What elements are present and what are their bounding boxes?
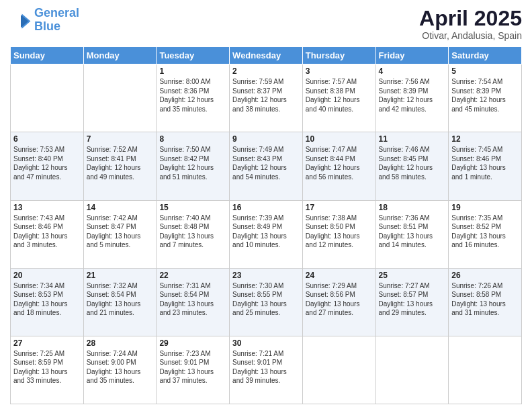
day-number: 8 [159,134,226,144]
day-info: Sunrise: 7:57 AM Sunset: 8:38 PM Dayligh… [306,77,373,113]
logo-icon [10,9,32,31]
calendar-cell: 20Sunrise: 7:34 AM Sunset: 8:53 PM Dayli… [11,268,84,336]
calendar-cell: 5Sunrise: 7:54 AM Sunset: 8:39 PM Daylig… [449,64,522,132]
day-number: 25 [379,271,446,280]
calendar-cell: 14Sunrise: 7:42 AM Sunset: 8:47 PM Dayli… [83,200,157,268]
day-number: 28 [87,338,154,348]
day-info: Sunrise: 8:00 AM Sunset: 8:36 PM Dayligh… [159,77,226,113]
calendar-cell: 26Sunrise: 7:26 AM Sunset: 8:58 PM Dayli… [449,268,522,336]
col-header-saturday: Saturday [449,47,522,64]
day-info: Sunrise: 7:40 AM Sunset: 8:48 PM Dayligh… [159,214,226,250]
calendar-cell: 10Sunrise: 7:47 AM Sunset: 8:44 PM Dayli… [302,132,375,200]
calendar-cell: 12Sunrise: 7:45 AM Sunset: 8:46 PM Dayli… [449,132,522,200]
day-info: Sunrise: 7:45 AM Sunset: 8:46 PM Dayligh… [451,145,519,181]
calendar-table: SundayMondayTuesdayWednesdayThursdayFrid… [10,46,522,404]
calendar-cell: 8Sunrise: 7:50 AM Sunset: 8:42 PM Daylig… [157,132,230,200]
day-number: 13 [13,203,81,212]
day-info: Sunrise: 7:54 AM Sunset: 8:39 PM Dayligh… [451,77,519,113]
day-info: Sunrise: 7:53 AM Sunset: 8:40 PM Dayligh… [13,145,81,181]
calendar-cell: 9Sunrise: 7:49 AM Sunset: 8:43 PM Daylig… [230,132,303,200]
day-info: Sunrise: 7:59 AM Sunset: 8:37 PM Dayligh… [232,77,300,113]
day-number: 24 [306,271,373,280]
calendar-cell: 3Sunrise: 7:57 AM Sunset: 8:38 PM Daylig… [302,64,375,132]
calendar-cell: 18Sunrise: 7:36 AM Sunset: 8:51 PM Dayli… [375,200,449,268]
header: General Blue April 2025 Otivar, Andalusi… [10,7,522,41]
calendar-cell: 24Sunrise: 7:29 AM Sunset: 8:56 PM Dayli… [302,268,375,336]
day-number: 26 [451,271,519,280]
page: General Blue April 2025 Otivar, Andalusi… [0,0,532,411]
day-number: 4 [379,66,446,76]
day-number: 6 [13,134,81,144]
col-header-sunday: Sunday [11,47,84,64]
calendar-cell: 30Sunrise: 7:21 AM Sunset: 9:01 PM Dayli… [230,336,303,404]
day-info: Sunrise: 7:25 AM Sunset: 8:59 PM Dayligh… [13,349,81,385]
calendar-cell: 13Sunrise: 7:43 AM Sunset: 8:46 PM Dayli… [11,200,84,268]
day-number: 20 [13,271,81,280]
day-number: 12 [451,134,519,144]
day-number: 11 [379,134,446,144]
day-number: 19 [451,203,519,212]
day-number: 16 [232,203,300,212]
calendar-cell: 11Sunrise: 7:46 AM Sunset: 8:45 PM Dayli… [375,132,449,200]
day-info: Sunrise: 7:49 AM Sunset: 8:43 PM Dayligh… [232,145,300,181]
calendar-cell: 28Sunrise: 7:24 AM Sunset: 9:00 PM Dayli… [83,336,157,404]
calendar-cell [449,336,522,404]
calendar-cell: 23Sunrise: 7:30 AM Sunset: 8:55 PM Dayli… [230,268,303,336]
day-info: Sunrise: 7:31 AM Sunset: 8:54 PM Dayligh… [159,281,226,318]
week-row-2: 6Sunrise: 7:53 AM Sunset: 8:40 PM Daylig… [11,132,522,200]
day-info: Sunrise: 7:21 AM Sunset: 9:01 PM Dayligh… [232,349,300,385]
day-number: 21 [87,271,154,280]
day-info: Sunrise: 7:46 AM Sunset: 8:45 PM Dayligh… [379,145,446,181]
day-number: 2 [232,66,300,76]
day-info: Sunrise: 7:56 AM Sunset: 8:39 PM Dayligh… [379,77,446,113]
calendar-cell: 16Sunrise: 7:39 AM Sunset: 8:49 PM Dayli… [230,200,303,268]
calendar-cell: 15Sunrise: 7:40 AM Sunset: 8:48 PM Dayli… [157,200,230,268]
day-number: 3 [306,66,373,76]
calendar-cell: 19Sunrise: 7:35 AM Sunset: 8:52 PM Dayli… [449,200,522,268]
location: Otivar, Andalusia, Spain [419,30,522,41]
day-info: Sunrise: 7:50 AM Sunset: 8:42 PM Dayligh… [159,145,226,181]
day-number: 14 [87,203,154,212]
week-row-1: 1Sunrise: 8:00 AM Sunset: 8:36 PM Daylig… [11,64,522,132]
day-info: Sunrise: 7:52 AM Sunset: 8:41 PM Dayligh… [87,145,154,181]
calendar-cell: 4Sunrise: 7:56 AM Sunset: 8:39 PM Daylig… [375,64,449,132]
title-block: April 2025 Otivar, Andalusia, Spain [419,7,522,41]
day-number: 5 [451,66,519,76]
logo-line1: General [34,6,79,19]
day-number: 15 [159,203,226,212]
col-header-friday: Friday [375,47,449,64]
day-info: Sunrise: 7:43 AM Sunset: 8:46 PM Dayligh… [13,214,81,250]
logo: General Blue [10,7,79,34]
day-info: Sunrise: 7:29 AM Sunset: 8:56 PM Dayligh… [306,281,373,318]
col-header-tuesday: Tuesday [157,47,230,64]
calendar-cell: 7Sunrise: 7:52 AM Sunset: 8:41 PM Daylig… [83,132,157,200]
day-info: Sunrise: 7:47 AM Sunset: 8:44 PM Dayligh… [306,145,373,181]
week-row-4: 20Sunrise: 7:34 AM Sunset: 8:53 PM Dayli… [11,268,522,336]
calendar-cell: 1Sunrise: 8:00 AM Sunset: 8:36 PM Daylig… [157,64,230,132]
calendar-cell: 2Sunrise: 7:59 AM Sunset: 8:37 PM Daylig… [230,64,303,132]
day-info: Sunrise: 7:36 AM Sunset: 8:51 PM Dayligh… [379,214,446,250]
logo-text: General Blue [34,7,79,34]
calendar-header-row: SundayMondayTuesdayWednesdayThursdayFrid… [11,47,522,64]
day-number: 22 [159,271,226,280]
calendar-cell: 29Sunrise: 7:23 AM Sunset: 9:01 PM Dayli… [157,336,230,404]
day-number: 18 [379,203,446,212]
calendar-cell [11,64,84,132]
day-info: Sunrise: 7:24 AM Sunset: 9:00 PM Dayligh… [87,349,154,385]
day-info: Sunrise: 7:23 AM Sunset: 9:01 PM Dayligh… [159,349,226,385]
calendar-cell: 22Sunrise: 7:31 AM Sunset: 8:54 PM Dayli… [157,268,230,336]
col-header-wednesday: Wednesday [230,47,303,64]
day-number: 7 [87,134,154,144]
week-row-5: 27Sunrise: 7:25 AM Sunset: 8:59 PM Dayli… [11,336,522,404]
day-number: 10 [306,134,373,144]
day-info: Sunrise: 7:27 AM Sunset: 8:57 PM Dayligh… [379,281,446,318]
calendar-cell [375,336,449,404]
day-info: Sunrise: 7:26 AM Sunset: 8:58 PM Dayligh… [451,281,519,318]
day-info: Sunrise: 7:32 AM Sunset: 8:54 PM Dayligh… [87,281,154,318]
calendar-cell: 21Sunrise: 7:32 AM Sunset: 8:54 PM Dayli… [83,268,157,336]
day-info: Sunrise: 7:42 AM Sunset: 8:47 PM Dayligh… [87,214,154,250]
day-number: 30 [232,338,300,348]
day-number: 29 [159,338,226,348]
calendar-cell: 25Sunrise: 7:27 AM Sunset: 8:57 PM Dayli… [375,268,449,336]
col-header-thursday: Thursday [302,47,375,64]
